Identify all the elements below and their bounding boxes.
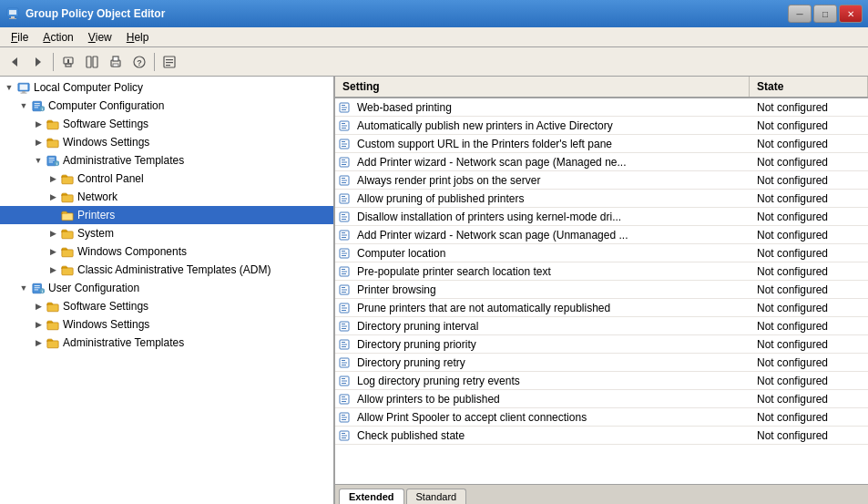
- tree-item-windows-settings[interactable]: ▶ Windows Settings: [0, 133, 333, 151]
- header-state[interactable]: State: [750, 77, 868, 97]
- folder-icon: [60, 245, 75, 258]
- expander-administrative-templates[interactable]: ▼: [31, 153, 46, 168]
- expander-user-configuration[interactable]: ▼: [16, 281, 31, 295]
- tree-item-windows-components[interactable]: ▶ Windows Components: [0, 242, 333, 261]
- table-row[interactable]: Add Printer wizard - Network scan page (…: [335, 153, 868, 171]
- tree-label-user-configuration: User Configuration: [48, 282, 139, 294]
- header-setting[interactable]: Setting: [335, 77, 750, 97]
- svg-rect-12: [113, 57, 118, 61]
- tree-item-user-admin-templates[interactable]: ▶ Administrative Templates: [0, 334, 333, 352]
- tab-extended[interactable]: Extended: [339, 489, 404, 504]
- svg-rect-56: [342, 109, 346, 110]
- svg-rect-52: [47, 340, 58, 347]
- expander-windows-settings[interactable]: ▶: [31, 135, 46, 149]
- table-row[interactable]: Allow pruning of published printersNot c…: [335, 190, 868, 208]
- right-panel: Setting State Web-based printingNot conf…: [335, 77, 868, 504]
- row-policy-icon: [335, 175, 353, 186]
- maximize-button[interactable]: □: [813, 5, 837, 23]
- table-row[interactable]: Directory pruning priorityNot configured: [335, 335, 868, 354]
- tree-item-software-settings[interactable]: ▶ Software Settings: [0, 115, 333, 133]
- expander-computer-configuration[interactable]: ▼: [16, 98, 31, 113]
- expander-user-windows-settings[interactable]: ▶: [31, 317, 46, 332]
- row-policy-icon: [335, 120, 353, 131]
- table-row[interactable]: Pre-populate printer search location tex…: [335, 262, 868, 281]
- tree-item-user-configuration[interactable]: ▼ i User Configuration: [0, 279, 333, 297]
- tree-item-control-panel[interactable]: ▶ Control Panel: [0, 170, 333, 188]
- menu-file[interactable]: File: [4, 27, 36, 46]
- menu-action[interactable]: Action: [36, 27, 80, 46]
- expander-local-computer-policy[interactable]: ▼: [2, 80, 16, 95]
- table-row[interactable]: Custom support URL in the Printers folde…: [335, 135, 868, 153]
- tree-item-user-windows-settings[interactable]: ▶ Windows Settings: [0, 315, 333, 334]
- svg-rect-55: [342, 107, 347, 108]
- table-row[interactable]: Disallow installation of printers using …: [335, 208, 868, 226]
- tree-item-computer-configuration[interactable]: ▼ i Computer Configuration: [0, 97, 333, 115]
- table-row[interactable]: Allow printers to be publishedNot config…: [335, 390, 868, 408]
- row-state-value: Not configured: [750, 192, 868, 205]
- expander-user-software-settings[interactable]: ▶: [31, 299, 46, 314]
- svg-rect-108: [342, 346, 346, 347]
- tree-item-administrative-templates[interactable]: ▼ i Administrative Templates: [0, 151, 333, 170]
- table-row[interactable]: Directory pruning retryNot configured: [335, 354, 868, 372]
- row-state-value: Not configured: [750, 302, 868, 314]
- expander-system[interactable]: ▶: [46, 226, 60, 241]
- table-row[interactable]: Add Printer wizard - Network scan page (…: [335, 226, 868, 244]
- menu-help[interactable]: Help: [119, 27, 157, 46]
- svg-rect-88: [342, 255, 346, 256]
- up-button[interactable]: [57, 51, 79, 73]
- table-row[interactable]: Printer browsingNot configured: [335, 281, 868, 299]
- expander-user-admin-templates[interactable]: ▶: [31, 335, 46, 350]
- row-policy-icon: [335, 157, 353, 168]
- svg-rect-39: [62, 194, 73, 201]
- svg-rect-7: [66, 64, 71, 67]
- tree-item-system[interactable]: ▶ System: [0, 224, 333, 242]
- table-row[interactable]: Allow Print Spooler to accept client con…: [335, 408, 868, 427]
- table-row[interactable]: Log directory pruning retry eventsNot co…: [335, 372, 868, 390]
- expander-software-settings[interactable]: ▶: [31, 117, 46, 131]
- table-row[interactable]: Directory pruning intervalNot configured: [335, 317, 868, 335]
- tree-panel[interactable]: ▼ Local Computer Policy▼ i Computer Conf…: [0, 77, 335, 504]
- tree-label-user-windows-settings: Windows Settings: [63, 318, 149, 331]
- svg-rect-100: [342, 310, 346, 311]
- svg-marker-4: [12, 57, 17, 67]
- minimize-button[interactable]: ─: [788, 5, 812, 23]
- tree-item-printers[interactable]: ▶ Printers: [0, 206, 333, 224]
- tree-label-system: System: [77, 227, 114, 240]
- svg-rect-126: [342, 433, 345, 434]
- table-row[interactable]: Check published stateNot configured: [335, 427, 868, 445]
- table-row[interactable]: Prune printers that are not automaticall…: [335, 299, 868, 317]
- folder-icon: [46, 136, 60, 149]
- expander-windows-components[interactable]: ▶: [46, 244, 60, 259]
- close-button[interactable]: ✕: [839, 5, 863, 23]
- tree-item-classic-adm[interactable]: ▶ Classic Administrative Templates (ADM): [0, 261, 333, 279]
- svg-rect-111: [342, 362, 347, 363]
- show-hide-button[interactable]: [81, 51, 103, 73]
- tree-label-network: Network: [77, 190, 117, 203]
- tree-item-user-software-settings[interactable]: ▶ Software Settings: [0, 297, 333, 315]
- svg-rect-112: [342, 365, 346, 365]
- properties-button[interactable]: [158, 51, 180, 73]
- expander-classic-adm[interactable]: ▶: [46, 262, 60, 277]
- settings-table[interactable]: Setting State Web-based printingNot conf…: [335, 77, 868, 484]
- menu-view[interactable]: View: [81, 27, 119, 46]
- help-button[interactable]: ?: [128, 51, 150, 73]
- tab-standard[interactable]: Standard: [406, 489, 467, 504]
- table-row[interactable]: Web-based printingNot configured: [335, 98, 868, 117]
- svg-rect-13: [113, 64, 118, 67]
- svg-rect-34: [49, 159, 55, 160]
- forward-button[interactable]: [27, 51, 49, 73]
- tree-item-local-computer-policy[interactable]: ▼ Local Computer Policy: [0, 78, 333, 97]
- back-button[interactable]: [4, 51, 26, 73]
- expander-control-panel[interactable]: ▶: [46, 171, 60, 186]
- table-row[interactable]: Computer locationNot configured: [335, 244, 868, 262]
- row-setting-name: Always render print jobs on the server: [353, 174, 750, 187]
- print-button[interactable]: [105, 51, 127, 73]
- table-row[interactable]: Always render print jobs on the serverNo…: [335, 171, 868, 190]
- toolbar: ?: [0, 47, 868, 77]
- table-row[interactable]: Automatically publish new printers in Ac…: [335, 117, 868, 135]
- row-state-value: Not configured: [750, 101, 868, 114]
- row-policy-icon: [335, 430, 353, 441]
- svg-rect-8: [67, 59, 69, 63]
- expander-network[interactable]: ▶: [46, 190, 60, 204]
- tree-item-network[interactable]: ▶ Network: [0, 188, 333, 206]
